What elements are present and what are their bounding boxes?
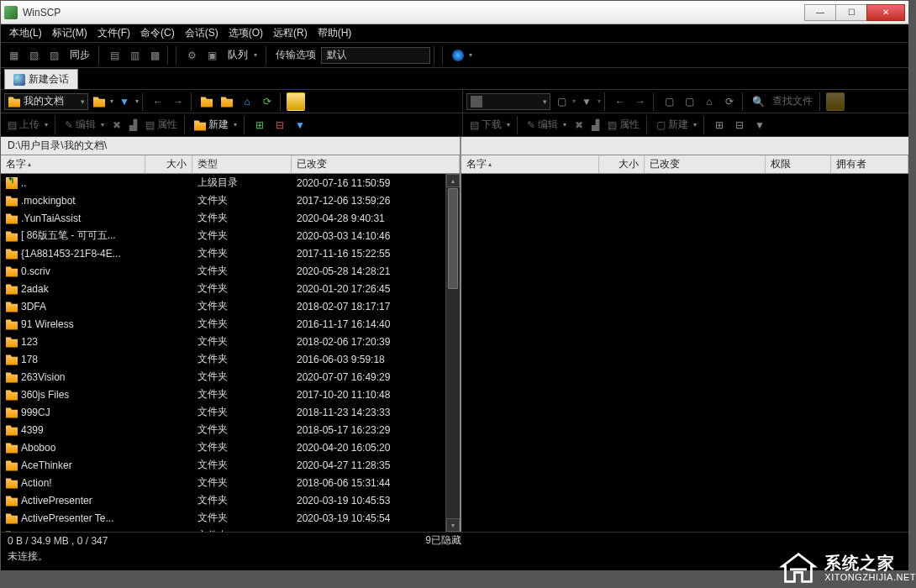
col-name[interactable]: 名字▴	[461, 155, 599, 173]
toolbar-icon[interactable]: ▤	[105, 46, 124, 65]
toolbar-icon[interactable]: ▨	[45, 46, 63, 65]
remote-file-list[interactable]	[461, 174, 908, 532]
col-owner[interactable]: 拥有者	[831, 155, 908, 173]
filter-icon[interactable]: ▼	[115, 92, 134, 111]
open-folder-icon[interactable]	[90, 92, 108, 111]
toolbar-icon[interactable]: ▥	[125, 46, 144, 65]
globe-icon[interactable]	[449, 46, 467, 65]
open-folder-icon[interactable]: ▢	[552, 92, 571, 111]
toolbar-icon[interactable]: ▧	[24, 46, 43, 65]
col-changed[interactable]: 已改变	[292, 155, 460, 173]
menu-item[interactable]: 选项(O)	[224, 24, 268, 42]
table-row[interactable]: 4399文件夹2018-05-17 16:23:29	[1, 421, 460, 438]
local-breadcrumb[interactable]: D:\用户目录\我的文档\	[1, 137, 461, 155]
col-perms[interactable]: 权限	[766, 155, 831, 173]
local-file-list[interactable]: ..上级目录2020-07-16 11:50:59.mockingbot文件夹2…	[1, 174, 460, 532]
table-row[interactable]: 178文件夹2016-06-03 9:59:18	[1, 350, 460, 368]
minus-icon[interactable]: ⊟	[730, 116, 749, 134]
rename-icon[interactable]: ▟	[126, 118, 140, 133]
forward-icon[interactable]: →	[169, 92, 187, 111]
delete-icon[interactable]: ✖	[109, 118, 124, 133]
gear-icon[interactable]: ⚙	[182, 46, 201, 65]
remote-breadcrumb[interactable]	[461, 137, 908, 155]
close-button[interactable]: ✕	[866, 4, 905, 21]
table-row[interactable]: Action!文件夹2018-06-06 15:31:44	[1, 474, 460, 491]
col-type[interactable]: 类型	[192, 155, 292, 173]
table-row[interactable]: ActivePresenter Te...文件夹2020-03-19 10:45…	[1, 509, 460, 527]
filter-toggle-icon[interactable]: ▼	[291, 116, 309, 134]
menu-item[interactable]: 文件(F)	[92, 24, 135, 42]
sync-button[interactable]: 同步	[65, 46, 95, 64]
table-row[interactable]: .YunTaiAssist文件夹2020-04-28 9:40:31	[1, 209, 460, 227]
table-row[interactable]: ..上级目录2020-07-16 11:50:59	[1, 174, 460, 192]
transfer-select[interactable]: 默认	[321, 47, 430, 64]
scroll-down-icon[interactable]: ▾	[446, 518, 460, 532]
find-icon[interactable]: 🔍	[749, 92, 767, 111]
back-icon[interactable]: ←	[149, 92, 167, 111]
filter-icon[interactable]: ▼	[577, 92, 596, 111]
toolbar-icon[interactable]: ▣	[203, 46, 221, 65]
table-row[interactable]: 2adak文件夹2020-01-20 17:26:45	[1, 280, 460, 297]
refresh-icon[interactable]: ⟳	[258, 92, 276, 111]
table-row[interactable]: 91 Wireless文件夹2016-11-17 16:14:40	[1, 315, 460, 333]
parent-folder-icon[interactable]: ▢	[660, 92, 678, 111]
col-changed[interactable]: 已改变	[645, 155, 766, 173]
scroll-thumb[interactable]	[448, 188, 458, 289]
menu-item[interactable]: 远程(R)	[268, 24, 313, 42]
delete-icon[interactable]: ✖	[571, 118, 587, 133]
props-button[interactable]: ▤属性	[604, 116, 643, 134]
home-icon[interactable]: ⌂	[238, 92, 256, 111]
root-folder-icon[interactable]: ▢	[680, 92, 698, 111]
toolbar-icon[interactable]: ▦	[4, 46, 23, 65]
remote-path-combo[interactable]	[466, 93, 550, 110]
table-row[interactable]: 3DFA文件夹2018-02-07 18:17:17	[1, 297, 460, 315]
table-row[interactable]: 0.scriv文件夹2020-05-28 14:28:21	[1, 262, 460, 280]
bookmark-icon[interactable]	[826, 92, 845, 111]
table-row[interactable]: [ 86版五笔 - 可可五...文件夹2020-03-03 14:10:46	[1, 227, 460, 244]
table-row[interactable]: Add-in-Express文件夹2019-07-05 15:08:22	[1, 527, 460, 532]
table-row[interactable]: ActivePresenter文件夹2020-03-19 10:45:53	[1, 491, 460, 509]
menu-item[interactable]: 命令(C)	[135, 24, 180, 42]
table-row[interactable]: {1A881453-21F8-4E...文件夹2017-11-16 15:22:…	[1, 244, 460, 262]
bookmark-icon[interactable]	[287, 92, 305, 111]
edit-button[interactable]: ✎编辑	[61, 116, 108, 134]
refresh-icon[interactable]: ⟳	[720, 92, 739, 111]
plus-icon[interactable]: ⊞	[250, 116, 269, 134]
col-size[interactable]: 大小	[145, 155, 192, 173]
table-row[interactable]: 263Vision文件夹2020-07-07 16:49:29	[1, 368, 460, 386]
rename-icon[interactable]: ▟	[588, 118, 603, 133]
new-button[interactable]: 新建	[191, 116, 240, 134]
scrollbar[interactable]: ▴ ▾	[445, 174, 460, 532]
local-path-combo[interactable]: 我的文档	[4, 93, 88, 110]
download-button[interactable]: ▤下载	[466, 116, 513, 134]
col-size[interactable]: 大小	[599, 155, 645, 173]
col-name[interactable]: 名字▴	[1, 155, 145, 173]
table-row[interactable]: 360js Files文件夹2017-10-20 11:10:48	[1, 386, 460, 403]
table-row[interactable]: Aboboo文件夹2020-04-20 16:05:20	[1, 438, 460, 456]
table-row[interactable]: AceThinker文件夹2020-04-27 11:28:35	[1, 456, 460, 474]
plus-icon[interactable]: ⊞	[710, 116, 729, 134]
new-button[interactable]: ▢新建	[653, 116, 700, 134]
upload-button[interactable]: ▤上传	[4, 116, 51, 134]
menu-item[interactable]: 标记(M)	[47, 24, 92, 42]
table-row[interactable]: .mockingbot文件夹2017-12-06 13:59:26	[1, 192, 460, 209]
menu-item[interactable]: 本地(L)	[4, 24, 47, 42]
toolbar-icon[interactable]: ▩	[145, 46, 164, 65]
menu-item[interactable]: 会话(S)	[180, 24, 224, 42]
props-button[interactable]: ▤属性	[142, 116, 181, 134]
tab-new-session[interactable]: 新建会话	[4, 69, 78, 89]
scroll-up-icon[interactable]: ▴	[446, 174, 460, 187]
parent-folder-icon[interactable]	[197, 92, 216, 111]
forward-icon[interactable]: →	[631, 92, 650, 111]
menu-item[interactable]: 帮助(H)	[313, 24, 357, 42]
filter-toggle-icon[interactable]: ▼	[750, 116, 769, 134]
home-icon[interactable]: ⌂	[700, 92, 719, 111]
back-icon[interactable]: ←	[611, 92, 629, 111]
minimize-button[interactable]: —	[804, 4, 836, 21]
table-row[interactable]: 123文件夹2018-02-06 17:20:39	[1, 333, 460, 350]
queue-button[interactable]: 队列	[223, 46, 262, 64]
find-files-button[interactable]: 查找文件	[769, 92, 816, 110]
root-folder-icon[interactable]	[218, 92, 236, 111]
table-row[interactable]: 999CJ文件夹2018-11-23 14:23:33	[1, 403, 460, 421]
edit-button[interactable]: ✎编辑	[524, 116, 570, 134]
